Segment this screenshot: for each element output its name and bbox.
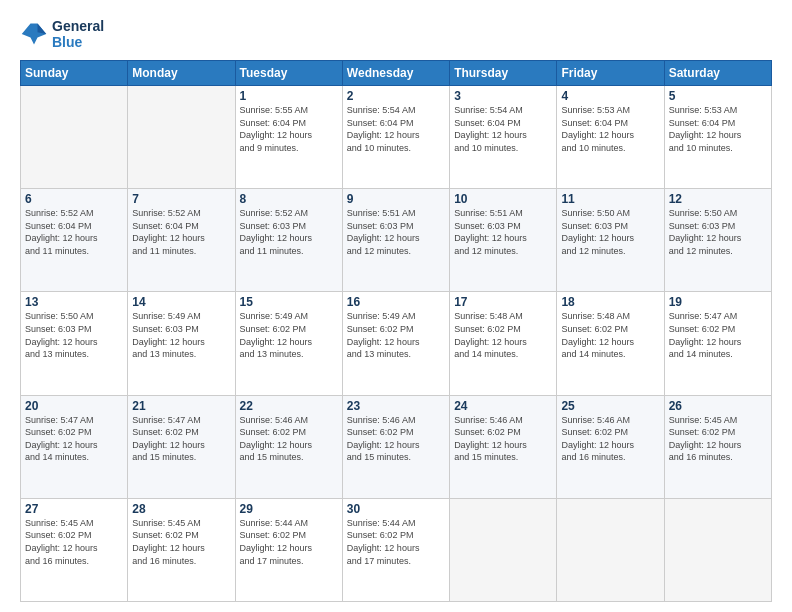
day-number: 13 [25,295,123,309]
day-number: 15 [240,295,338,309]
calendar-cell: 10Sunrise: 5:51 AM Sunset: 6:03 PM Dayli… [450,189,557,292]
calendar-cell: 17Sunrise: 5:48 AM Sunset: 6:02 PM Dayli… [450,292,557,395]
calendar-cell: 13Sunrise: 5:50 AM Sunset: 6:03 PM Dayli… [21,292,128,395]
day-number: 10 [454,192,552,206]
calendar-cell: 18Sunrise: 5:48 AM Sunset: 6:02 PM Dayli… [557,292,664,395]
day-info: Sunrise: 5:45 AM Sunset: 6:02 PM Dayligh… [669,414,767,464]
day-number: 12 [669,192,767,206]
calendar-cell: 16Sunrise: 5:49 AM Sunset: 6:02 PM Dayli… [342,292,449,395]
day-number: 28 [132,502,230,516]
calendar-cell: 5Sunrise: 5:53 AM Sunset: 6:04 PM Daylig… [664,86,771,189]
day-number: 5 [669,89,767,103]
weekday-header: Saturday [664,61,771,86]
calendar-cell: 14Sunrise: 5:49 AM Sunset: 6:03 PM Dayli… [128,292,235,395]
day-number: 1 [240,89,338,103]
weekday-header: Sunday [21,61,128,86]
day-number: 23 [347,399,445,413]
calendar-cell: 11Sunrise: 5:50 AM Sunset: 6:03 PM Dayli… [557,189,664,292]
day-info: Sunrise: 5:53 AM Sunset: 6:04 PM Dayligh… [669,104,767,154]
day-info: Sunrise: 5:47 AM Sunset: 6:02 PM Dayligh… [669,310,767,360]
day-number: 30 [347,502,445,516]
weekday-header: Tuesday [235,61,342,86]
svg-marker-0 [22,24,47,45]
day-info: Sunrise: 5:50 AM Sunset: 6:03 PM Dayligh… [561,207,659,257]
day-info: Sunrise: 5:54 AM Sunset: 6:04 PM Dayligh… [347,104,445,154]
calendar-header-row: SundayMondayTuesdayWednesdayThursdayFrid… [21,61,772,86]
day-info: Sunrise: 5:44 AM Sunset: 6:02 PM Dayligh… [240,517,338,567]
day-number: 29 [240,502,338,516]
calendar-cell: 25Sunrise: 5:46 AM Sunset: 6:02 PM Dayli… [557,395,664,498]
day-number: 7 [132,192,230,206]
calendar-cell: 24Sunrise: 5:46 AM Sunset: 6:02 PM Dayli… [450,395,557,498]
day-info: Sunrise: 5:52 AM Sunset: 6:04 PM Dayligh… [132,207,230,257]
calendar-cell: 27Sunrise: 5:45 AM Sunset: 6:02 PM Dayli… [21,498,128,601]
calendar-cell: 2Sunrise: 5:54 AM Sunset: 6:04 PM Daylig… [342,86,449,189]
calendar-cell: 1Sunrise: 5:55 AM Sunset: 6:04 PM Daylig… [235,86,342,189]
calendar-cell: 12Sunrise: 5:50 AM Sunset: 6:03 PM Dayli… [664,189,771,292]
svg-marker-1 [38,24,47,35]
day-info: Sunrise: 5:45 AM Sunset: 6:02 PM Dayligh… [25,517,123,567]
day-number: 22 [240,399,338,413]
day-info: Sunrise: 5:44 AM Sunset: 6:02 PM Dayligh… [347,517,445,567]
day-info: Sunrise: 5:52 AM Sunset: 6:03 PM Dayligh… [240,207,338,257]
day-number: 27 [25,502,123,516]
day-number: 25 [561,399,659,413]
calendar-cell [128,86,235,189]
day-info: Sunrise: 5:51 AM Sunset: 6:03 PM Dayligh… [347,207,445,257]
day-number: 26 [669,399,767,413]
logo-text: General Blue [52,18,104,50]
day-info: Sunrise: 5:46 AM Sunset: 6:02 PM Dayligh… [347,414,445,464]
calendar-cell [557,498,664,601]
calendar-cell: 22Sunrise: 5:46 AM Sunset: 6:02 PM Dayli… [235,395,342,498]
calendar-cell: 28Sunrise: 5:45 AM Sunset: 6:02 PM Dayli… [128,498,235,601]
logo-icon [20,20,48,48]
calendar-week-row: 13Sunrise: 5:50 AM Sunset: 6:03 PM Dayli… [21,292,772,395]
day-number: 9 [347,192,445,206]
day-number: 11 [561,192,659,206]
calendar-cell: 6Sunrise: 5:52 AM Sunset: 6:04 PM Daylig… [21,189,128,292]
calendar-table: SundayMondayTuesdayWednesdayThursdayFrid… [20,60,772,602]
calendar-cell [450,498,557,601]
day-info: Sunrise: 5:50 AM Sunset: 6:03 PM Dayligh… [669,207,767,257]
weekday-header: Wednesday [342,61,449,86]
day-number: 4 [561,89,659,103]
day-number: 19 [669,295,767,309]
day-info: Sunrise: 5:49 AM Sunset: 6:03 PM Dayligh… [132,310,230,360]
calendar-cell: 15Sunrise: 5:49 AM Sunset: 6:02 PM Dayli… [235,292,342,395]
calendar-cell: 3Sunrise: 5:54 AM Sunset: 6:04 PM Daylig… [450,86,557,189]
day-info: Sunrise: 5:46 AM Sunset: 6:02 PM Dayligh… [454,414,552,464]
day-info: Sunrise: 5:52 AM Sunset: 6:04 PM Dayligh… [25,207,123,257]
day-info: Sunrise: 5:49 AM Sunset: 6:02 PM Dayligh… [347,310,445,360]
weekday-header: Monday [128,61,235,86]
calendar-week-row: 27Sunrise: 5:45 AM Sunset: 6:02 PM Dayli… [21,498,772,601]
calendar-cell: 8Sunrise: 5:52 AM Sunset: 6:03 PM Daylig… [235,189,342,292]
calendar-cell: 19Sunrise: 5:47 AM Sunset: 6:02 PM Dayli… [664,292,771,395]
calendar-cell: 23Sunrise: 5:46 AM Sunset: 6:02 PM Dayli… [342,395,449,498]
day-info: Sunrise: 5:54 AM Sunset: 6:04 PM Dayligh… [454,104,552,154]
calendar-cell: 26Sunrise: 5:45 AM Sunset: 6:02 PM Dayli… [664,395,771,498]
day-number: 14 [132,295,230,309]
calendar-cell: 20Sunrise: 5:47 AM Sunset: 6:02 PM Dayli… [21,395,128,498]
calendar-cell: 7Sunrise: 5:52 AM Sunset: 6:04 PM Daylig… [128,189,235,292]
weekday-header: Thursday [450,61,557,86]
logo: General Blue [20,18,104,50]
day-number: 24 [454,399,552,413]
day-info: Sunrise: 5:46 AM Sunset: 6:02 PM Dayligh… [240,414,338,464]
calendar-cell: 21Sunrise: 5:47 AM Sunset: 6:02 PM Dayli… [128,395,235,498]
calendar-week-row: 20Sunrise: 5:47 AM Sunset: 6:02 PM Dayli… [21,395,772,498]
day-info: Sunrise: 5:47 AM Sunset: 6:02 PM Dayligh… [132,414,230,464]
day-number: 3 [454,89,552,103]
calendar-cell [21,86,128,189]
header: General Blue [20,18,772,50]
day-number: 21 [132,399,230,413]
day-info: Sunrise: 5:46 AM Sunset: 6:02 PM Dayligh… [561,414,659,464]
calendar-cell: 30Sunrise: 5:44 AM Sunset: 6:02 PM Dayli… [342,498,449,601]
calendar-cell: 4Sunrise: 5:53 AM Sunset: 6:04 PM Daylig… [557,86,664,189]
page: General Blue SundayMondayTuesdayWednesda… [0,0,792,612]
day-number: 20 [25,399,123,413]
calendar-cell: 9Sunrise: 5:51 AM Sunset: 6:03 PM Daylig… [342,189,449,292]
day-number: 2 [347,89,445,103]
calendar-cell [664,498,771,601]
day-number: 18 [561,295,659,309]
day-number: 8 [240,192,338,206]
